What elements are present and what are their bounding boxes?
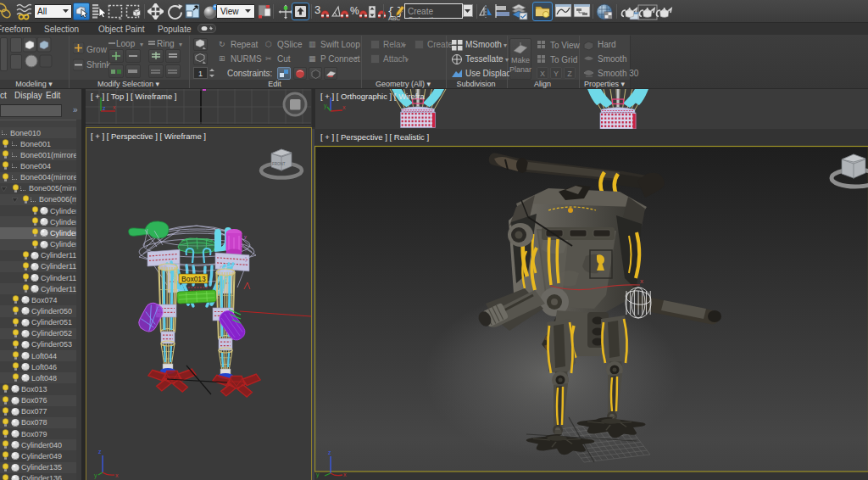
svg-text:y: y	[94, 472, 97, 479]
svg-text:x: x	[343, 472, 347, 477]
svg-text:Box013: Box013	[181, 275, 206, 283]
svg-text:ABC: ABC	[388, 15, 400, 21]
svg-text:y: y	[316, 472, 320, 478]
svg-text:y: y	[244, 234, 247, 239]
svg-text:FRONT: FRONT	[272, 162, 286, 166]
svg-text:x: x	[640, 277, 643, 285]
svg-text:z: z	[328, 449, 331, 455]
svg-text:x: x	[342, 104, 346, 110]
svg-text:x: x	[113, 104, 116, 110]
svg-text:3: 3	[314, 3, 320, 16]
svg-text:z: z	[103, 105, 106, 111]
svg-text:y: y	[324, 103, 327, 109]
svg-text:z: z	[98, 449, 102, 455]
svg-text:x: x	[115, 472, 119, 478]
svg-text:%: %	[350, 5, 359, 17]
